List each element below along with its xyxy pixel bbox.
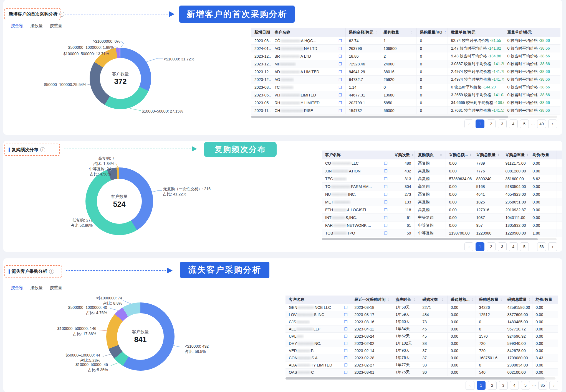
table-row[interactable]: CJSmmmm❐ 2023-03-16 1年60天 73 0.00 0 1483… xyxy=(285,318,558,325)
tab-by-weight[interactable]: 按重量 xyxy=(50,23,62,29)
table-row[interactable]: 2023-12... BRmmmmmmA LTD❐ 18.86 2 0 9.43… xyxy=(251,52,560,60)
copy-icon[interactable]: ❐ xyxy=(338,77,342,82)
page-button-4[interactable]: 4 xyxy=(510,381,519,390)
tab-by-amount[interactable]: 按金额 xyxy=(11,285,23,291)
copy-icon[interactable]: ❐ xyxy=(338,46,342,51)
prev-page-button[interactable]: ‹ xyxy=(466,381,474,390)
copy-icon[interactable]: ❐ xyxy=(344,341,348,346)
copy-icon[interactable]: ❐ xyxy=(384,231,388,235)
page-button-4[interactable]: 4 xyxy=(509,242,518,251)
table-row[interactable]: FARmmmmNETWORK ...❐ 61 中等复购 0.00 957 130… xyxy=(322,222,562,229)
copy-icon[interactable]: ❐ xyxy=(384,208,388,212)
table-row[interactable]: DHYmmmmmNC.❐ 2023-02-02 1年102天 38 0.00 7… xyxy=(285,340,558,347)
sort-icon[interactable]: ▲▼ xyxy=(375,31,377,34)
sort-icon[interactable]: ▲▼ xyxy=(411,31,413,34)
tab-by-weight[interactable]: 按重量 xyxy=(50,285,62,291)
table-row[interactable]: 2023-05... VIJmmmmmmLIMITED❐ 44677.31 13… xyxy=(251,91,560,99)
page-button-last[interactable]: 85 xyxy=(538,381,547,390)
table-row[interactable]: ADAmmmmTY LIMITED❐ 2023-02-27 1年77天 33 0… xyxy=(285,362,558,369)
table-row[interactable]: TECmmmm❐ 313 高复购 57369634.06 8800240 351… xyxy=(322,175,562,183)
copy-icon[interactable]: ❐ xyxy=(344,356,348,360)
table-row[interactable]: GENmmmmmNCE LLC❐ 2023-03-18 1年58天 2271 0… xyxy=(285,304,558,311)
page-button-1[interactable]: 1 xyxy=(476,242,484,251)
copy-icon[interactable]: ❐ xyxy=(384,223,388,228)
copy-icon[interactable]: ❐ xyxy=(384,177,388,181)
table-row[interactable]: 2023-05... RHmmmmmmY LIMITED❐ 202799.1 5… xyxy=(251,99,560,107)
table-row[interactable]: XINmmmmmATION❐ 432 高复购 0.00 7776 8981280… xyxy=(322,167,562,175)
copy-icon[interactable]: ❐ xyxy=(384,161,388,166)
table-row[interactable]: LOVmmmmmS INC❐ 2023-03-17 1年59天 484 0.00… xyxy=(285,311,558,318)
copy-icon[interactable]: ❐ xyxy=(338,93,342,97)
table-row[interactable]: 2023-12... AGmmmm❐ 64732.7 25920 0 2.497… xyxy=(251,76,560,83)
page-button-last[interactable]: 49 xyxy=(537,119,546,128)
horizontal-scrollbar[interactable] xyxy=(251,116,557,118)
table-row[interactable]: VERmmmmP.❐ 2023-02-14 1年90天 37 0.00 720 … xyxy=(285,347,558,354)
copy-icon[interactable]: ❐ xyxy=(338,70,342,74)
sort-icon-active[interactable]: ▲▼ xyxy=(444,31,446,34)
prev-page-button[interactable]: ‹ xyxy=(464,242,473,251)
copy-icon[interactable]: ❐ xyxy=(384,184,388,189)
page-button-last[interactable]: 53 xyxy=(537,242,546,251)
page-button-1[interactable]: 1 xyxy=(476,119,484,128)
page-button-5[interactable]: 5 xyxy=(521,381,530,390)
table-row[interactable]: 2023-08... CÔmmmmmmA HỌC...❐ 62.74 1 0 6… xyxy=(251,37,560,45)
table-row[interactable]: METmmmmm❐ 133 高复购 0.00 1825 2358651.00 0… xyxy=(322,198,562,206)
page-button-3[interactable]: 3 xyxy=(498,119,507,128)
table-row[interactable]: ETHmmmm& LOGISTI...❐ 118 高复购 0.00 127016… xyxy=(322,206,562,214)
copy-icon[interactable]: ❐ xyxy=(384,200,388,204)
copy-icon[interactable]: ❐ xyxy=(344,370,348,375)
page-button-5[interactable]: 5 xyxy=(520,242,529,251)
sort-icon[interactable]: ▲▼ xyxy=(387,298,390,301)
next-page-button[interactable]: › xyxy=(548,119,557,128)
page-button-3[interactable]: 3 xyxy=(498,242,507,251)
table-row[interactable]: OASmmmmC❐ 2023-03-01 1年75天 30 0.00 540 6… xyxy=(285,369,558,376)
table-row[interactable]: INTmmmmS,INC.❐ 61 中等复购 0.00 1037 1040111… xyxy=(322,214,562,222)
copy-icon[interactable]: ❐ xyxy=(344,320,348,324)
copy-icon[interactable]: ❐ xyxy=(344,312,348,317)
page-button-4[interactable]: 4 xyxy=(509,119,518,128)
table-row[interactable]: NUmmmmmINC.❐ 273 高复购 0.00 4641 4654923.0… xyxy=(322,190,562,198)
copy-icon[interactable]: ❐ xyxy=(338,54,342,58)
horizontal-scrollbar[interactable] xyxy=(322,238,557,240)
copy-icon[interactable]: ❐ xyxy=(338,39,342,43)
table-row[interactable]: TOmmmmmmFARM AM...❐ 304 高复购 0.00 5168 51… xyxy=(322,183,562,190)
tab-by-amount[interactable]: 按金额 xyxy=(11,23,23,29)
sort-icon[interactable]: ▲▼ xyxy=(412,153,414,157)
page-button-2[interactable]: 2 xyxy=(487,119,496,128)
page-button-5[interactable]: 5 xyxy=(520,119,529,128)
copy-icon[interactable]: ❐ xyxy=(384,169,388,173)
page-button-2[interactable]: 2 xyxy=(488,381,497,390)
copy-icon[interactable]: ❐ xyxy=(344,305,348,310)
info-icon[interactable] xyxy=(40,147,45,152)
table-row[interactable]: TOBmmmmTPO❐ 59 中等复购 2198700.00 1220980 1… xyxy=(322,229,562,237)
horizontal-scrollbar[interactable] xyxy=(285,377,555,380)
tab-by-quantity[interactable]: 按数量 xyxy=(30,23,43,29)
copy-icon[interactable]: ❐ xyxy=(384,192,388,197)
table-row[interactable]: ALEmmmmmLLP❐ 2023-04-11 1年34天 45 0.00 0 … xyxy=(285,325,558,333)
prev-page-button[interactable]: ‹ xyxy=(464,119,473,128)
page-button-3[interactable]: 3 xyxy=(499,381,508,390)
copy-icon[interactable]: ❐ xyxy=(344,327,348,331)
table-row[interactable]: 2023-08... TCmmmm❐ 1.14 0 0 0 较当时平均价格 -1… xyxy=(251,83,560,91)
sort-icon[interactable]: ▲▼ xyxy=(469,153,472,157)
sort-icon[interactable]: ▲▼ xyxy=(527,153,529,157)
copy-icon[interactable]: ❐ xyxy=(338,108,342,113)
table-row[interactable]: 2024-01... AGmmmmmmmNA LTD❐ 263796 10680… xyxy=(251,45,560,52)
next-page-button[interactable]: › xyxy=(548,242,557,251)
copy-icon[interactable]: ❐ xyxy=(338,62,342,66)
table-row[interactable]: CONmmmmS A❐ 2023-02-28 1年76天 37 0.00 168… xyxy=(285,354,558,362)
table-row[interactable]: 2023-11... CHmmmmmmmRISE❐ 154732 56000 0… xyxy=(251,107,560,114)
table-row[interactable]: 2023-12... MImmmmm❐ 72928.46 24000 0 3.0… xyxy=(251,60,560,68)
sort-icon[interactable]: ▲▼ xyxy=(440,153,442,157)
sort-icon[interactable]: ▲▼ xyxy=(442,298,444,301)
sort-icon[interactable]: ▲▼ xyxy=(500,298,502,301)
info-icon[interactable] xyxy=(59,12,64,17)
sort-icon[interactable]: ▲▼ xyxy=(497,153,500,157)
copy-icon[interactable]: ❐ xyxy=(338,85,342,90)
sort-icon[interactable]: ▲▼ xyxy=(471,298,473,301)
copy-icon[interactable]: ❐ xyxy=(344,363,348,367)
table-row[interactable]: 2023-12... ADmmmmmmA LIMITED❐ 94941.29 3… xyxy=(251,68,560,76)
copy-icon[interactable]: ❐ xyxy=(338,101,342,105)
page-button-2[interactable]: 2 xyxy=(487,242,496,251)
copy-icon[interactable]: ❐ xyxy=(344,334,348,338)
